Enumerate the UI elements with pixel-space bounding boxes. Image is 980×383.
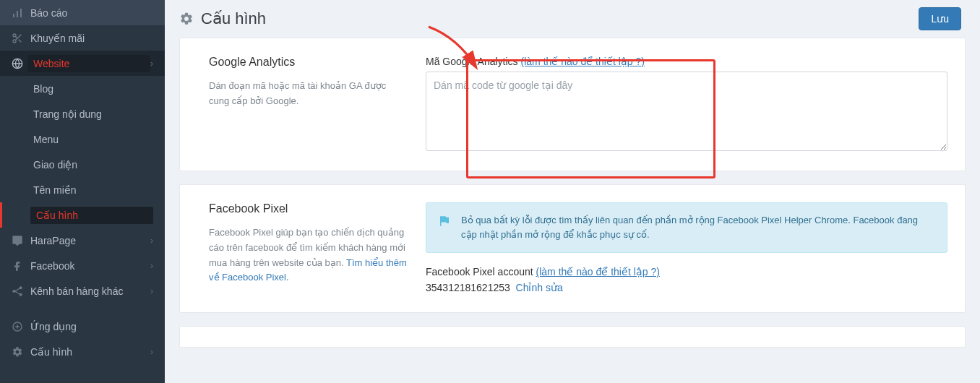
sidebar-item-label: Menu xyxy=(33,134,153,145)
card-google-analytics: Google Analytics Dán đoạn mã hoặc mã tài… xyxy=(179,38,966,171)
sidebar-item-label: Khuyến mãi xyxy=(30,33,153,44)
section-desc: Dán đoạn mã hoặc mã tài khoản GA được cu… xyxy=(209,79,408,109)
svg-point-6 xyxy=(13,290,15,292)
ga-field-label-text: Mã Google Analytics xyxy=(426,56,521,67)
gear-icon xyxy=(12,346,30,358)
sidebar-item-label: Website xyxy=(27,55,150,72)
nodes-icon xyxy=(12,285,30,297)
ga-hint-link[interactable]: (làm thế nào để thiết lập ?) xyxy=(521,56,645,67)
sidebar-item-apps[interactable]: Ứng dụng xyxy=(0,314,165,339)
card-facebook-pixel: Facebook Pixel Facebook Pixel giúp bạn t… xyxy=(179,184,966,313)
sidebar-item-facebook[interactable]: Facebook › xyxy=(0,253,165,278)
ga-code-input[interactable] xyxy=(426,72,947,151)
fb-account-label: Facebook Pixel account xyxy=(426,266,536,277)
save-button[interactable]: Lưu xyxy=(919,7,961,30)
sidebar-item-blog[interactable]: Blog xyxy=(0,76,165,101)
svg-point-4 xyxy=(13,40,16,43)
facebook-icon xyxy=(12,260,30,272)
section-title: Google Analytics xyxy=(209,56,408,69)
sidebar-item-label: Ứng dụng xyxy=(30,321,153,332)
sidebar-item-label: Tên miền xyxy=(33,184,153,196)
sidebar-item-pages[interactable]: Trang nội dung xyxy=(0,101,165,126)
fb-account-row: Facebook Pixel account (làm thế nào để t… xyxy=(426,266,947,277)
sidebar-item-label: Cấu hình xyxy=(30,346,150,358)
ga-field-label: Mã Google Analytics (làm thế nào để thiế… xyxy=(426,56,947,67)
flag-icon xyxy=(438,215,451,242)
bars-icon xyxy=(12,7,30,19)
sidebar-item-label: Facebook xyxy=(30,260,150,272)
chevron-right-icon: › xyxy=(150,286,153,296)
sidebar-item-label: HaraPage xyxy=(30,235,150,246)
ga-field-container: Mã Google Analytics (làm thế nào để thiế… xyxy=(426,56,947,153)
sidebar-item-website[interactable]: Website › xyxy=(0,51,165,76)
svg-point-7 xyxy=(20,287,22,289)
sidebar-item-promo[interactable]: Khuyến mãi xyxy=(0,25,165,51)
sidebar-item-label: Kênh bán hàng khác xyxy=(30,285,150,297)
fb-account-id: 354312181621253 xyxy=(426,282,510,293)
svg-point-3 xyxy=(13,34,16,37)
section-title: Facebook Pixel xyxy=(209,202,408,215)
sidebar-item-config[interactable]: Cấu hình xyxy=(0,202,165,228)
sidebar-item-label: Cấu hình xyxy=(30,207,153,224)
fb-account-value-row: 354312181621253 Chỉnh sửa xyxy=(426,282,947,293)
gear-icon xyxy=(179,12,194,26)
comment-icon xyxy=(12,235,30,246)
svg-rect-0 xyxy=(13,14,14,17)
chevron-right-icon: › xyxy=(150,261,153,271)
sidebar-item-settings[interactable]: Cấu hình › xyxy=(0,339,165,364)
sidebar-item-harapage[interactable]: HaraPage › xyxy=(0,228,165,253)
page-title: Cấu hình xyxy=(201,9,919,28)
sidebar-item-label: Giao diện xyxy=(33,159,153,171)
chevron-right-icon: › xyxy=(150,59,153,69)
svg-rect-2 xyxy=(20,9,22,17)
page-header: Cấu hình Lưu xyxy=(165,0,980,38)
card-next xyxy=(179,326,966,348)
plus-icon xyxy=(12,321,30,332)
sidebar-item-theme[interactable]: Giao diện xyxy=(0,152,165,177)
svg-point-8 xyxy=(20,293,22,296)
fb-info-alert: Bỏ qua bất kỳ lỗi được tìm thấy liên qua… xyxy=(426,202,947,253)
fb-account-hint-link[interactable]: (làm thế nào để thiết lập ?) xyxy=(536,266,660,277)
chevron-right-icon: › xyxy=(150,347,153,357)
sidebar: Báo cáo Khuyến mãi Website › Blog Trang … xyxy=(0,0,165,383)
sidebar-item-label: Trang nội dung xyxy=(33,108,153,120)
sidebar-item-label: Báo cáo xyxy=(30,7,153,19)
sidebar-item-label: Blog xyxy=(33,83,153,95)
sidebar-item-menu[interactable]: Menu xyxy=(0,126,165,152)
sidebar-submenu-website: Blog Trang nội dung Menu Giao diện Tên m… xyxy=(0,76,165,228)
fb-edit-link[interactable]: Chỉnh sửa xyxy=(516,282,563,293)
main-content: Cấu hình Lưu Google Analytics Dán đoạn m… xyxy=(165,0,980,383)
sidebar-item-channels[interactable]: Kênh bán hàng khác › xyxy=(0,278,165,304)
sidebar-item-reports[interactable]: Báo cáo xyxy=(0,0,165,25)
section-desc: Facebook Pixel giúp bạn tạo chiến dịch q… xyxy=(209,225,408,285)
svg-rect-1 xyxy=(17,11,18,17)
scissors-icon xyxy=(12,33,30,44)
fb-alert-text: Bỏ qua bất kỳ lỗi được tìm thấy liên qua… xyxy=(461,213,935,242)
sidebar-item-domain[interactable]: Tên miền xyxy=(0,177,165,202)
chevron-right-icon: › xyxy=(150,236,153,246)
